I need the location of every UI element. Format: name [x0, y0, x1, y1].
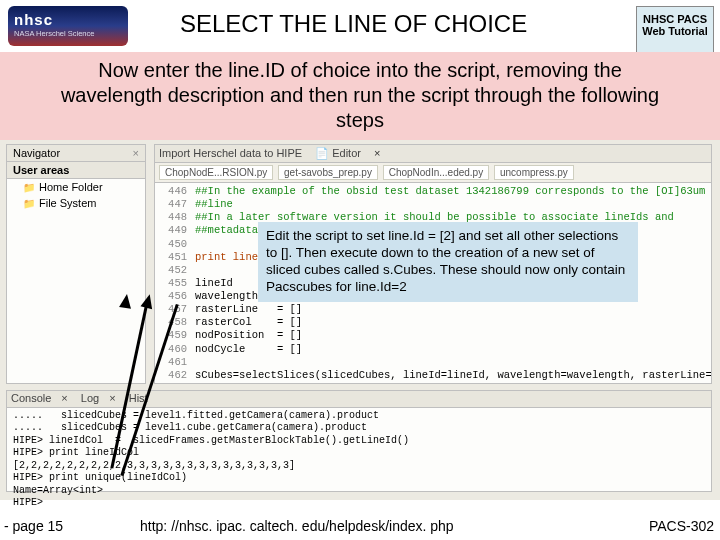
instruction-callout-pink: Now enter the line.ID of choice into the…	[0, 52, 720, 141]
console-pane: Console× Log× Hist ..... slicedCubes = l…	[6, 390, 712, 492]
navigator-tab-label: Navigator	[13, 147, 60, 159]
doc-id: PACS-302	[649, 518, 714, 534]
hipe-screenshot: Navigator × User areas Home Folder File …	[0, 140, 720, 500]
console-tabs: Console× Log× Hist	[7, 391, 711, 408]
code-line: 460nodCycle = []	[159, 343, 707, 356]
nhsc-logo: nhsc NASA Herschel Science	[8, 6, 128, 46]
editor-tab[interactable]: 📄 Editor ×	[315, 147, 380, 159]
badge-line2: Web Tutorial	[637, 25, 713, 37]
editor-file-tabs: ChopNodE...RSION.py get-savobs_prep.py C…	[155, 163, 711, 183]
console-tab[interactable]: Console	[11, 392, 51, 404]
nav-item-home[interactable]: Home Folder	[7, 179, 145, 195]
footer-url: http: //nhsc. ipac. caltech. edu/helpdes…	[140, 518, 454, 534]
file-tab-2[interactable]: ChopNodIn...eded.py	[383, 165, 490, 180]
import-data-tab[interactable]: Import Herschel data to HIPE	[159, 147, 302, 159]
logo-title: nhsc	[14, 12, 122, 29]
code-line: 447##line	[159, 198, 707, 211]
file-tab-3[interactable]: uncompress.py	[494, 165, 574, 180]
navigator-section-header: User areas	[7, 162, 145, 179]
navigator-tab[interactable]: Navigator ×	[7, 145, 145, 162]
navigator-pane: Navigator × User areas Home Folder File …	[6, 144, 146, 384]
file-tab-0[interactable]: ChopNodE...RSION.py	[159, 165, 273, 180]
page-number: - page 15	[4, 518, 63, 534]
badge-line1: NHSC PACS	[637, 13, 713, 25]
code-line: 463rasterCol=rasterCol, nodPosition=nodP…	[159, 382, 707, 384]
code-line: 462sCubes=selectSlices(slicedCubes, line…	[159, 369, 707, 382]
file-tab-1[interactable]: get-savobs_prep.py	[278, 165, 378, 180]
code-line: 446##In the example of the obsid test da…	[159, 185, 707, 198]
close-icon[interactable]: ×	[133, 147, 139, 159]
logo-subtitle: NASA Herschel Science	[14, 29, 94, 38]
code-line: 457rasterLine = []	[159, 303, 707, 316]
editor-panel-tabs: Import Herschel data to HIPE 📄 Editor ×	[155, 145, 711, 163]
code-line: 458rasterCol = []	[159, 316, 707, 329]
code-line: 461	[159, 356, 707, 369]
page-title: SELECT THE LINE OF CHOICE	[180, 10, 527, 38]
instruction-callout-blue: Edit the script to set line.Id = [2] and…	[258, 222, 638, 302]
code-line: 459nodPosition = []	[159, 329, 707, 342]
log-tab[interactable]: Log	[81, 392, 99, 404]
arrow-head-icon	[119, 293, 133, 309]
nav-item-filesystem[interactable]: File System	[7, 195, 145, 211]
